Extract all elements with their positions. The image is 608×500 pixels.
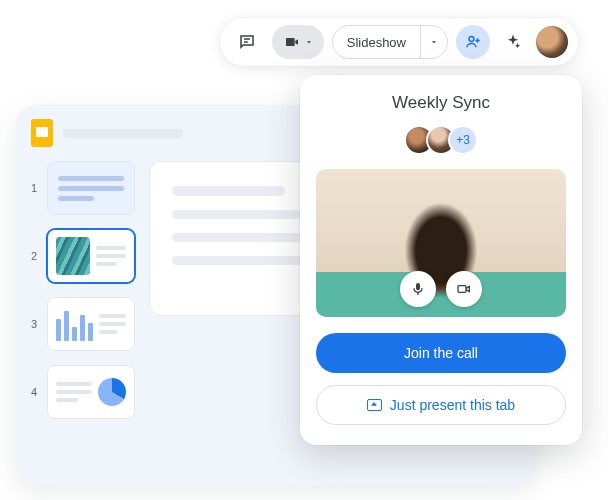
call-panel: Weekly Sync +3 Join the call Just presen… xyxy=(300,75,582,445)
thumbnail-number: 4 xyxy=(31,386,39,398)
thumbnail-number: 3 xyxy=(31,318,39,330)
present-tab-button[interactable]: Just present this tab xyxy=(316,385,566,425)
svg-rect-1 xyxy=(458,286,466,293)
participants-overflow[interactable]: +3 xyxy=(448,125,478,155)
svg-point-0 xyxy=(469,37,474,42)
doc-title-placeholder xyxy=(63,129,183,138)
mic-icon xyxy=(410,281,426,297)
video-preview xyxy=(316,169,566,317)
thumbnail-pie xyxy=(98,378,126,406)
thumbnail-number: 1 xyxy=(31,182,39,194)
thumbnail-row: 1 xyxy=(31,161,135,215)
call-title: Weekly Sync xyxy=(392,93,490,113)
thumbnail-rail: 1 2 3 xyxy=(31,161,135,419)
comment-history-icon[interactable] xyxy=(230,25,264,59)
slideshow-button[interactable]: Slideshow xyxy=(333,26,421,58)
person-add-icon xyxy=(464,33,482,51)
slideshow-split-button: Slideshow xyxy=(332,25,448,59)
caret-down-icon xyxy=(429,37,439,47)
slideshow-dropdown[interactable] xyxy=(421,26,447,58)
thumbnail-image xyxy=(56,237,90,275)
ai-sparkle-button[interactable] xyxy=(498,27,528,57)
mic-toggle[interactable] xyxy=(400,271,436,307)
participants-row: +3 xyxy=(404,125,478,155)
video-call-chip[interactable] xyxy=(272,25,324,59)
sparkle-icon xyxy=(504,33,522,51)
thumbnail-bars xyxy=(56,307,93,341)
slides-logo-icon xyxy=(31,119,53,147)
content-placeholder xyxy=(172,186,285,196)
share-button[interactable] xyxy=(456,25,490,59)
thumbnail-row: 4 xyxy=(31,365,135,419)
slide-thumbnail-4[interactable] xyxy=(47,365,135,419)
thumbnail-number: 2 xyxy=(31,250,39,262)
video-icon xyxy=(284,34,300,50)
slide-thumbnail-3[interactable] xyxy=(47,297,135,351)
top-toolbar: Slideshow xyxy=(220,18,578,66)
present-tab-label: Just present this tab xyxy=(390,397,515,413)
caret-down-icon xyxy=(304,37,314,47)
thumbnail-row: 3 xyxy=(31,297,135,351)
account-avatar[interactable] xyxy=(536,26,568,58)
slide-thumbnail-2[interactable] xyxy=(47,229,135,283)
video-icon xyxy=(456,281,472,297)
preview-controls xyxy=(400,271,482,307)
camera-toggle[interactable] xyxy=(446,271,482,307)
join-call-button[interactable]: Join the call xyxy=(316,333,566,373)
slide-thumbnail-1[interactable] xyxy=(47,161,135,215)
present-icon xyxy=(367,399,382,411)
thumbnail-row: 2 xyxy=(31,229,135,283)
